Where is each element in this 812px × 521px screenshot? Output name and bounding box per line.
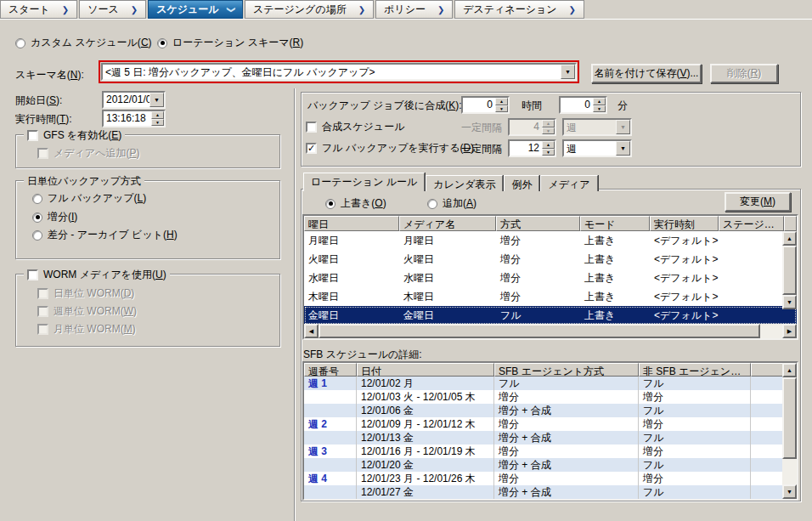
checkbox-icon <box>306 122 317 133</box>
rotation-cell: 金曜日 <box>304 309 399 323</box>
daily-method-radio-2[interactable]: 差分 - アーカイブ ビット(H) <box>32 228 178 242</box>
rotation-cell: 木曜日 <box>304 290 399 304</box>
rotation-tab-2[interactable]: 例外 <box>504 175 539 191</box>
spin-down-icon[interactable]: ▼ <box>151 119 164 127</box>
wizard-tab-4[interactable]: ポリシー❯ <box>375 0 453 19</box>
full-backup-checkbox[interactable]: ✓ フル バックアップを実行する(D) <box>306 141 474 156</box>
rotation-schema-radio[interactable]: ローテーション スキーマ(R) <box>157 36 303 50</box>
sfb-cell: 増分 <box>639 472 751 485</box>
exec-time-spinner[interactable]: 13:16:18 ▲▼ <box>102 110 166 127</box>
sfb-cell: 増分 <box>494 417 639 431</box>
scroll-right-icon[interactable]: ▶ <box>782 324 797 338</box>
list-item[interactable]: 12/01/27 金増分 + 合成フル <box>304 485 797 499</box>
list-item[interactable]: 週 112/01/02 月フルフル <box>304 377 797 390</box>
synthesis-minutes-spinner[interactable]: 0 ▲▼ <box>559 96 607 114</box>
sfb-col-header-3[interactable]: 非 SFB エージェント方... <box>639 363 751 377</box>
list-item[interactable]: 12/01/13 金増分 + 合成フル <box>304 431 797 445</box>
wizard-tab-1[interactable]: ソース❯ <box>79 0 146 19</box>
synth-schedule-checkbox[interactable]: 合成スケジュール <box>306 120 404 134</box>
radio-circle-icon <box>32 212 42 223</box>
start-date-label: 開始日(S): <box>15 93 62 108</box>
sfb-cell-filler <box>751 445 784 458</box>
list-item[interactable]: 12/01/06 金増分 + 合成フル <box>304 404 797 417</box>
overwrite-radio[interactable]: 上書き(O) <box>325 196 386 211</box>
spin-up-icon[interactable]: ▲ <box>495 98 508 105</box>
custom-schedule-radio[interactable]: カスタム スケジュール(C) <box>15 36 152 50</box>
checkbox-icon <box>37 148 48 159</box>
list-item[interactable]: 週 412/01/23 月 - 12/01/26 木増分増分 <box>304 472 797 485</box>
wizard-tab-label: ソース <box>87 3 119 17</box>
sfb-cell <box>304 404 357 417</box>
spin-up-icon[interactable]: ▲ <box>593 98 606 105</box>
spin-down-icon[interactable]: ▼ <box>542 149 555 156</box>
scroll-down-icon[interactable]: ▼ <box>782 295 797 309</box>
sfb-cell-filler <box>751 377 784 390</box>
full-interval-unit-combo[interactable]: 週 ▼ <box>562 139 632 157</box>
rotation-col-header-2[interactable]: 方式 <box>496 216 580 231</box>
checkbox-icon <box>27 130 38 141</box>
rotation-col-header-0[interactable]: 曜日 <box>304 216 399 231</box>
sfb-cell: 12/01/23 月 - 12/01/26 木 <box>357 472 494 485</box>
dropdown-arrow-icon[interactable]: ▼ <box>561 65 575 79</box>
sfb-cell: 週 2 <box>304 417 357 431</box>
table-row[interactable]: 水曜日水曜日増分上書き<デフォルト> <box>304 269 797 287</box>
change-button[interactable]: 変更(M) <box>725 192 791 212</box>
wizard-tab-3[interactable]: ステージングの場所❯ <box>245 0 374 19</box>
rotation-col-header-3[interactable]: モード <box>580 216 650 231</box>
rotation-col-header-1[interactable]: メディア名 <box>399 216 496 231</box>
rotation-tab-3[interactable]: メディア <box>540 175 597 191</box>
wizard-tab-5[interactable]: デスティネーション❯ <box>454 0 584 19</box>
rotation-vscrollbar[interactable]: ▲ ▼ <box>782 231 797 309</box>
dropdown-arrow-icon[interactable]: ▼ <box>616 141 630 156</box>
vscroll-thumb[interactable] <box>782 246 797 295</box>
sfb-cell: フル <box>639 458 751 472</box>
list-item[interactable]: 12/01/03 火 - 12/01/05 木増分増分 <box>304 390 797 404</box>
synthesis-hours-spinner[interactable]: 0 ▲▼ <box>461 96 510 114</box>
worm-use-checkbox[interactable]: WORM メディアを使用(U) <box>24 268 170 282</box>
rotation-col-header-5[interactable]: ステージング <box>719 216 784 231</box>
rotation-hscrollbar[interactable]: ◀ ▶ <box>304 324 797 338</box>
gfs-enable-checkbox[interactable]: GFS を有効化(E) <box>24 128 125 143</box>
daily-method-radio-0[interactable]: フル バックアップ(L) <box>32 191 146 206</box>
table-row[interactable]: 木曜日木曜日増分上書き<デフォルト> <box>304 287 797 306</box>
sfb-cell-filler <box>751 472 784 485</box>
daily-method-radio-1[interactable]: 増分(I) <box>32 210 77 224</box>
schema-name-combo[interactable]: <週 5 日: 増分バックアップ、金曜日にフル バックアップ> ▼ <box>101 63 577 81</box>
append-radio[interactable]: 追加(A) <box>427 196 476 211</box>
worm-option-label: 日単位 WORM(D) <box>54 286 134 301</box>
sfb-cell: フル <box>639 431 751 445</box>
table-row[interactable]: 月曜日月曜日増分上書き<デフォルト> <box>304 231 797 250</box>
sfb-col-header-1[interactable]: 日付 <box>357 363 494 377</box>
spin-down-icon[interactable]: ▼ <box>495 105 508 113</box>
sfb-col-header-0[interactable]: 週番号 <box>304 363 357 377</box>
daily-method-option-label: フル バックアップ(L) <box>48 191 146 206</box>
list-item[interactable]: 週 212/01/09 月 - 12/01/12 木増分増分 <box>304 417 797 431</box>
scroll-down-icon[interactable]: ▼ <box>782 484 797 499</box>
spin-down-icon[interactable]: ▼ <box>593 105 606 113</box>
checkbox-icon <box>27 269 38 280</box>
wizard-tab-0[interactable]: スタート❯ <box>0 0 77 19</box>
table-row[interactable]: 火曜日火曜日増分上書き<デフォルト> <box>304 250 797 269</box>
spin-up-icon[interactable]: ▲ <box>542 141 555 149</box>
sfb-cell: 12/01/06 金 <box>357 404 494 417</box>
scroll-up-icon[interactable]: ▲ <box>782 363 797 377</box>
table-row[interactable]: 金曜日金曜日フル上書き<デフォルト> <box>304 306 797 325</box>
save-as-button[interactable]: 名前を付けて保存(V)... <box>591 64 702 83</box>
rotation-col-header-4[interactable]: 実行時刻 <box>650 216 719 231</box>
scroll-up-icon[interactable]: ▲ <box>782 231 797 246</box>
full-interval-spinner[interactable]: 12 ▲▼ <box>508 139 556 157</box>
list-item[interactable]: 週 312/01/16 月 - 12/01/19 木増分増分 <box>304 445 797 458</box>
scroll-left-icon[interactable]: ◀ <box>304 324 319 338</box>
hscroll-thumb[interactable] <box>319 324 760 338</box>
vscroll-thumb[interactable] <box>782 377 797 459</box>
list-item[interactable]: 12/01/20 金増分 + 合成フル <box>304 458 797 472</box>
wizard-tab-label: ステージングの場所 <box>253 3 347 17</box>
sfb-vscrollbar[interactable]: ▲ ▼ <box>782 363 797 499</box>
rotation-tab-0[interactable]: ローテーション ルール <box>303 173 425 191</box>
dropdown-arrow-icon[interactable]: ▼ <box>149 93 164 107</box>
wizard-tab-2[interactable]: スケジュール❯ <box>148 0 243 19</box>
rotation-tab-1[interactable]: カレンダ表示 <box>426 175 503 191</box>
spin-up-icon[interactable]: ▲ <box>151 111 164 119</box>
start-date-combo[interactable]: 2012/01/01 ▼ <box>102 91 166 109</box>
sfb-col-header-2[interactable]: SFB エージェント方式 <box>494 363 639 377</box>
